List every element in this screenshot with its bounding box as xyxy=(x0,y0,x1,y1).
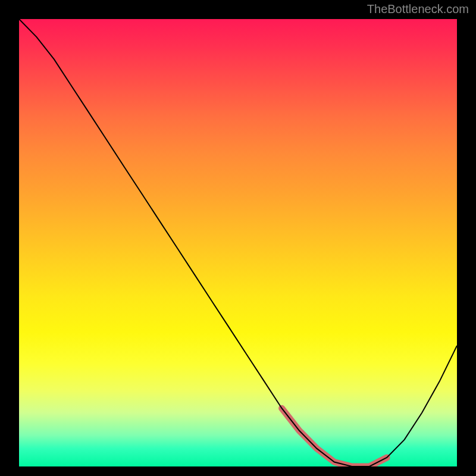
bottleneck-curve xyxy=(19,19,457,466)
chart-plot-area xyxy=(19,19,457,466)
chart-svg xyxy=(19,19,457,466)
optimal-range-highlight xyxy=(282,408,387,466)
watermark-text: TheBottleneck.com xyxy=(367,2,469,16)
